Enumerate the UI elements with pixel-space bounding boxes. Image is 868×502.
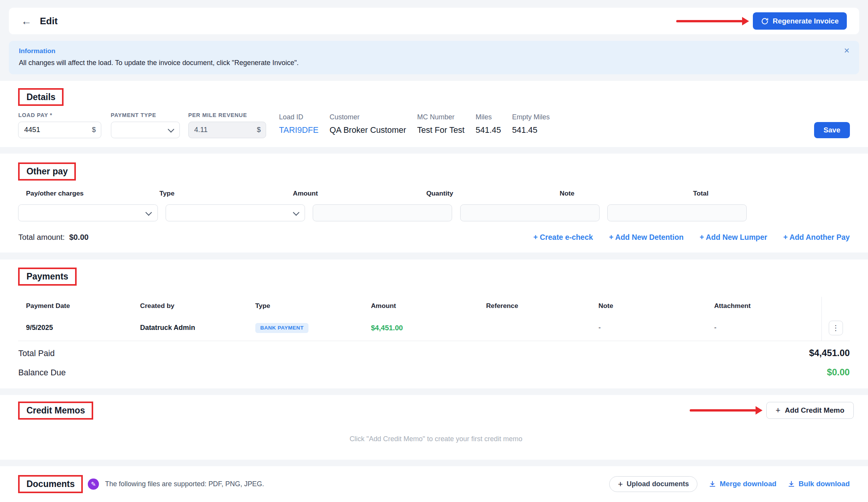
- save-button[interactable]: Save: [814, 122, 850, 138]
- merge-download-link[interactable]: Merge download: [709, 480, 776, 488]
- add-another-pay-link[interactable]: + Add Another Pay: [783, 233, 850, 242]
- pay-charges-select[interactable]: [18, 204, 158, 221]
- column-header: Created by: [132, 302, 248, 310]
- note-cell: -: [591, 324, 706, 332]
- empty-miles-label: Empty Miles: [512, 113, 550, 121]
- create-echeck-link[interactable]: + Create e-check: [533, 233, 593, 242]
- load-pay-input-wrap: $: [18, 122, 101, 138]
- column-header: Payment Date: [18, 302, 132, 310]
- close-icon[interactable]: ✕: [844, 47, 850, 55]
- download-icon: [709, 480, 716, 488]
- add-credit-memo-button[interactable]: + Add Credit Memo: [766, 402, 854, 419]
- credit-memos-title: Credit Memos: [18, 402, 93, 420]
- documents-section: Documents ✎ The following files are supp…: [0, 466, 868, 502]
- total-paid-label: Total Paid: [18, 348, 55, 358]
- other-pay-header-row: Pay/other charges Type Amount Quantity N…: [18, 189, 850, 197]
- column-header: Attachment: [706, 302, 821, 310]
- details-section: Details LOAD PAY * $ PAYMENT TYPE PER MI…: [0, 81, 868, 147]
- load-id-value[interactable]: TARI9DFE: [279, 125, 319, 135]
- other-pay-section: Other pay Pay/other charges Type Amount …: [0, 154, 868, 253]
- kebab-menu-icon[interactable]: ⋮: [829, 321, 843, 335]
- add-detention-link[interactable]: + Add New Detention: [609, 233, 684, 242]
- back-arrow-icon[interactable]: ←: [21, 16, 32, 26]
- payment-amount-cell: $4,451.00: [363, 324, 478, 332]
- customer-value: QA Broker Customer: [330, 125, 406, 135]
- edit-pencil-icon[interactable]: ✎: [88, 479, 99, 490]
- banner-message: All changes will affect the load. To upd…: [19, 59, 849, 67]
- information-banner: Information All changes will affect the …: [9, 41, 859, 74]
- actions-column-header: [821, 297, 850, 316]
- load-pay-field: LOAD PAY * $: [18, 112, 101, 138]
- payments-header-row: Payment Date Created by Type Amount Refe…: [18, 297, 850, 316]
- column-header: Reference: [478, 302, 591, 310]
- balance-due-value: $0.00: [827, 367, 850, 378]
- empty-miles-item: Empty Miles 541.45: [512, 112, 550, 135]
- payment-type-select[interactable]: [111, 122, 180, 138]
- miles-item: Miles 541.45: [476, 112, 501, 135]
- arrow-head: [756, 406, 762, 415]
- payments-section: Payments Payment Date Created by Type Am…: [0, 259, 868, 388]
- top-bar: ← Edit Regenerate Invoice: [9, 8, 859, 34]
- details-title: Details: [18, 88, 64, 106]
- attachment-cell: -: [706, 324, 821, 332]
- mc-number-label: MC Number: [417, 113, 464, 121]
- arrow-shaft: [676, 20, 743, 22]
- mc-number-item: MC Number Test For Test: [417, 112, 464, 135]
- load-pay-input[interactable]: [18, 122, 101, 138]
- column-header: Quantity: [426, 189, 560, 197]
- other-pay-actions: + Create e-check + Add New Detention + A…: [533, 233, 850, 242]
- plus-icon: +: [618, 480, 623, 489]
- add-lumper-link[interactable]: + Add New Lumper: [700, 233, 767, 242]
- payment-type-badge: BANK PAYMENT: [255, 323, 309, 333]
- banner-title: Information: [19, 47, 849, 55]
- mc-number-value: Test For Test: [417, 125, 464, 135]
- column-header: Note: [560, 189, 693, 197]
- documents-header: Documents ✎ The following files are supp…: [18, 475, 850, 493]
- miles-label: Miles: [476, 113, 501, 121]
- bulk-download-link[interactable]: Bulk download: [788, 480, 850, 488]
- total-paid-value: $4,451.00: [809, 348, 850, 358]
- customer-item: Customer QA Broker Customer: [330, 112, 406, 135]
- other-pay-total-row: Total amount: $0.00 + Create e-check + A…: [18, 233, 850, 242]
- total-amount-value: $0.00: [69, 233, 89, 242]
- pay-quantity-input[interactable]: [460, 204, 600, 221]
- regenerate-invoice-button[interactable]: Regenerate Invoice: [753, 12, 847, 30]
- total-amount-label: Total amount:: [18, 233, 65, 242]
- bulk-download-label: Bulk download: [799, 480, 850, 488]
- pay-type-select-wrap: [166, 204, 305, 221]
- annotation-arrow-credit-memo: [690, 406, 762, 415]
- download-icon: [788, 480, 795, 488]
- column-header: Type: [248, 302, 363, 310]
- customer-label: Customer: [330, 113, 406, 121]
- pay-charges-select-wrap: [18, 204, 158, 221]
- credit-memos-section: Credit Memos + Add Credit Memo Click "Ad…: [0, 395, 868, 460]
- per-mile-input-wrap: $: [188, 122, 266, 138]
- total-paid-row: Total Paid $4,451.00: [18, 341, 850, 360]
- payment-date-cell: 9/5/2025: [18, 324, 132, 332]
- column-header: Note: [591, 302, 706, 310]
- other-pay-input-row: [18, 204, 850, 221]
- created-by-cell: Datatruck Admin: [132, 324, 248, 332]
- load-id-item: Load ID TARI9DFE: [279, 112, 319, 135]
- upload-documents-button[interactable]: + Upload documents: [609, 476, 697, 492]
- annotation-arrow-regenerate: [676, 17, 749, 25]
- credit-memos-header: Credit Memos + Add Credit Memo: [18, 402, 853, 420]
- pay-type-select[interactable]: [166, 204, 305, 221]
- pay-note-input[interactable]: [607, 204, 747, 221]
- refresh-icon: [761, 17, 769, 25]
- documents-title: Documents: [18, 475, 83, 493]
- arrow-shaft: [690, 409, 756, 412]
- column-header: Amount: [293, 189, 426, 197]
- payment-type-label: PAYMENT TYPE: [111, 112, 180, 118]
- arrow-head: [742, 17, 749, 25]
- regenerate-invoice-label: Regenerate Invoice: [773, 17, 839, 25]
- plus-icon: +: [776, 406, 781, 415]
- payment-type-select-wrap: [111, 122, 180, 138]
- supported-files-text: The following files are supported: PDF, …: [105, 480, 264, 488]
- load-id-label: Load ID: [279, 113, 319, 121]
- empty-miles-value: 541.45: [512, 125, 550, 135]
- row-actions-cell: ⋮: [821, 315, 850, 340]
- pay-amount-input[interactable]: [313, 204, 452, 221]
- add-credit-memo-label: Add Credit Memo: [785, 406, 845, 415]
- merge-download-label: Merge download: [720, 480, 776, 488]
